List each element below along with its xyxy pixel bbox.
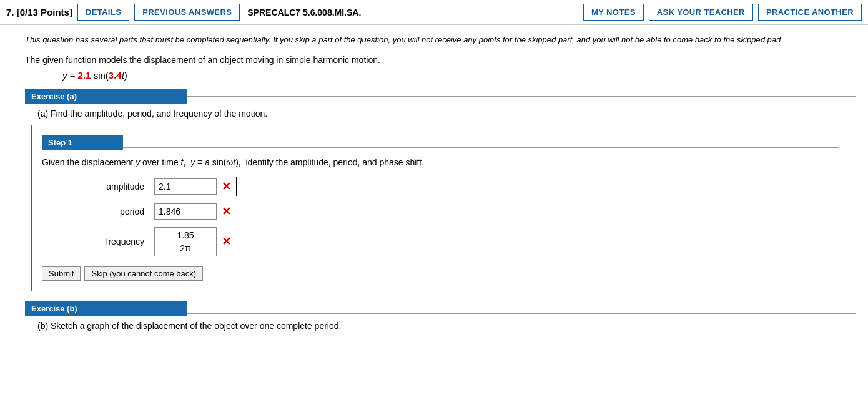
frequency-fraction-input[interactable]: 1.85 2π	[154, 227, 217, 256]
points-label: [0/13 Points]	[17, 7, 72, 17]
eq-a-value: 2.1	[78, 70, 91, 81]
given-text: The given function models the displaceme…	[25, 55, 856, 65]
instructions-text: This question has several parts that mus…	[25, 34, 856, 46]
frequency-error-icon: ✕	[222, 235, 231, 248]
amplitude-row: amplitude ✕	[42, 177, 839, 196]
practice-another-button[interactable]: PRACTICE ANOTHER	[758, 4, 862, 21]
submit-row: Submit Skip (you cannot come back)	[42, 266, 839, 281]
my-notes-button[interactable]: MY NOTES	[583, 4, 644, 21]
step1-header: Step 1	[42, 135, 123, 150]
eq-sin: sin(	[94, 70, 109, 81]
step1-rule	[123, 147, 839, 148]
skip-button[interactable]: Skip (you cannot come back)	[84, 266, 203, 281]
frequency-denominator: 2π	[180, 242, 190, 253]
equation-display: y = 2.1 sin(3.4t)	[62, 70, 856, 81]
eq-equals: =	[70, 70, 78, 81]
frequency-row: frequency 1.85 2π ✕	[42, 227, 839, 256]
exercise-b-desc: (b) Sketch a graph of the displacement o…	[37, 321, 856, 331]
submit-button[interactable]: Submit	[42, 266, 81, 281]
header-bar: 7. [0/13 Points] DETAILS PREVIOUS ANSWER…	[0, 0, 868, 25]
period-error-icon: ✕	[222, 205, 231, 218]
eq-close: )	[124, 70, 127, 81]
exercise-a-block: Exercise (a) (a) Find the amplitude, per…	[25, 89, 856, 291]
q-number-label: 7.	[6, 7, 14, 17]
exercise-a-desc: (a) Find the amplitude, period, and freq…	[37, 109, 856, 119]
amplitude-error-icon: ✕	[222, 180, 231, 193]
exercise-a-title-row: Exercise (a)	[25, 89, 856, 104]
eq-y: y	[62, 70, 67, 81]
question-number: 7. [0/13 Points]	[6, 7, 72, 17]
amplitude-label: amplitude	[42, 182, 154, 192]
frequency-label: frequency	[42, 237, 154, 246]
frequency-numerator: 1.85	[161, 230, 210, 242]
details-button[interactable]: DETAILS	[77, 4, 129, 21]
step1-header-row: Step 1	[42, 135, 839, 150]
right-buttons: MY NOTES ASK YOUR TEACHER PRACTICE ANOTH…	[583, 4, 862, 21]
amplitude-input[interactable]	[154, 178, 217, 195]
amplitude-separator	[236, 177, 237, 196]
step1-box: Step 1 Given the displacement y over tim…	[31, 125, 849, 291]
period-label: period	[42, 207, 154, 217]
exercise-a-header: Exercise (a)	[25, 89, 187, 104]
eq-b-value: 3.4	[109, 70, 122, 81]
exercise-a-rule	[187, 96, 856, 97]
previous-answers-button[interactable]: PREVIOUS ANSWERS	[134, 4, 240, 21]
main-content: This question has several parts that mus…	[0, 25, 868, 346]
exercise-b-block: Exercise (b) (b) Sketch a graph of the d…	[25, 301, 856, 331]
period-input[interactable]	[154, 203, 217, 220]
exercise-b-header: Exercise (b)	[25, 301, 187, 316]
course-code: SPRECALC7 5.6.008.MI.SA.	[247, 7, 361, 17]
step1-desc: Given the displacement y over time t, y …	[42, 157, 839, 167]
exercise-b-rule	[187, 313, 856, 314]
exercise-b-title-row: Exercise (b)	[25, 301, 856, 316]
ask-teacher-button[interactable]: ASK YOUR TEACHER	[649, 4, 753, 21]
period-row: period ✕	[42, 203, 839, 220]
